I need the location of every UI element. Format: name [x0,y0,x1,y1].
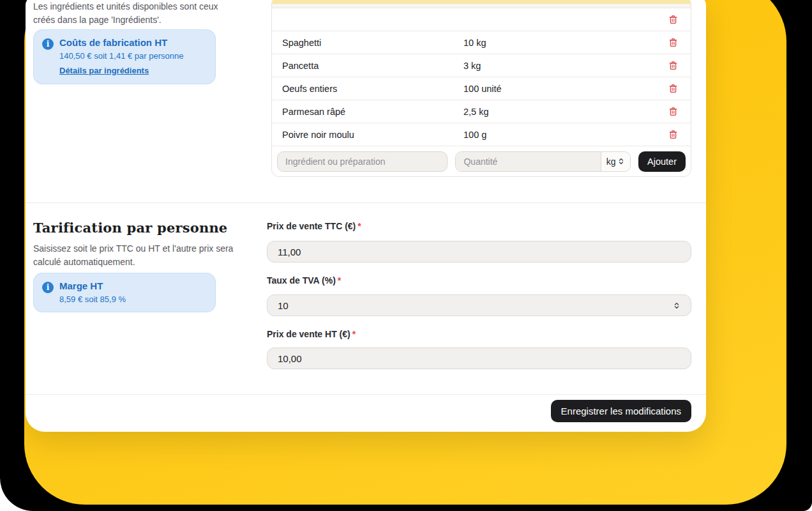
vat-rate-label: Taux de TVA (%)* [267,275,341,286]
required-asterisk: * [352,329,356,339]
ingredient-name: Parmesan râpé [272,107,463,117]
trash-icon [668,83,679,94]
fabrication-costs-detail: 140,50 € soit 1,41 € par personne [59,51,206,61]
delete-ingredient-button[interactable] [666,82,680,96]
section-divider [26,202,706,203]
chevron-up-down-icon [673,301,680,310]
quantity-input[interactable] [456,152,601,171]
pricing-section-subtitle: Saisissez soit le prix TTC ou HT et l'au… [33,242,253,269]
chevron-up-down-icon [617,157,625,165]
ht-price-label-text: Prix de vente HT (€) [267,329,350,339]
ingredient-quantity: 100 unité [463,84,502,94]
quantity-input-group: kg [455,151,631,172]
trash-icon [668,106,679,117]
ingredient-name: Oeufs entiers [272,84,463,94]
fabrication-costs-box: i Coûts de fabrication HT 140,50 € soit … [33,29,216,84]
ingredient-search-input[interactable] [277,151,447,172]
details-per-ingredient-link[interactable]: Détails par ingrédients [59,66,149,75]
ingredient-name: Pancetta [272,61,463,71]
required-asterisk: * [357,221,361,231]
ingredient-count: 5 ingrédients [272,176,691,177]
table-row: Oeufs entiers 100 unité [272,77,691,100]
ingredient-quantity: 3 kg [463,61,481,71]
table-row: Pancetta 3 kg [272,54,691,77]
table-row: Poivre noir moulu 100 g [272,123,691,146]
unit-select-value: kg [606,156,616,167]
delete-ingredient-button[interactable] [666,59,680,73]
margin-box: i Marge HT 8,59 € soit 85,9 % [33,273,216,312]
ingredient-quantity: 2,5 kg [463,107,489,117]
ht-price-label: Prix de vente HT (€)* [267,329,356,339]
required-asterisk: * [338,275,341,286]
ingredients-table: Spaghetti 10 kg Pancetta 3 kg [271,0,691,177]
trash-icon [668,14,679,25]
ingredient-name: Poivre noir moulu [272,130,463,140]
delete-ingredient-button[interactable] [666,128,680,142]
add-ingredient-button[interactable]: Ajouter [638,151,686,172]
pricing-section-title: Tarification par personne [33,220,227,236]
trash-icon [668,129,679,140]
margin-detail: 8,59 € soit 85,9 % [59,294,206,304]
vat-rate-select[interactable]: 10 [267,294,691,316]
margin-title: Marge HT [59,280,206,291]
ingredient-quantity: 10 kg [463,38,486,48]
table-row: Spaghetti 10 kg [272,31,691,54]
info-icon: i [42,38,54,50]
screen: Les ingrédients et unités disponibles so… [0,0,812,511]
ingredient-rows: Spaghetti 10 kg Pancetta 3 kg [272,8,691,146]
trash-icon [668,60,679,71]
table-row [272,8,691,31]
delete-ingredient-button[interactable] [666,105,680,119]
info-icon: i [42,282,54,293]
vat-rate-value: 10 [278,300,289,311]
table-row: Parmesan râpé 2,5 kg [272,100,691,123]
save-button[interactable]: Enregistrer les modifications [551,400,691,422]
footer-divider [26,394,706,395]
delete-ingredient-button[interactable] [666,13,680,27]
ht-price-input[interactable] [267,347,691,369]
table-cut-row [272,0,691,8]
ttc-price-label-text: Prix de vente TTC (€) [267,221,356,231]
ingredient-name: Spaghetti [272,38,463,48]
ingredients-help-text: Les ingrédients et unités disponibles so… [33,0,235,27]
unit-select[interactable]: kg [601,152,630,171]
delete-ingredient-button[interactable] [666,36,680,50]
vat-rate-label-text: Taux de TVA (%) [267,275,336,286]
ttc-price-input[interactable] [267,241,691,263]
ttc-price-label: Prix de vente TTC (€)* [267,221,361,231]
ingredient-quantity: 100 g [463,130,486,140]
fabrication-costs-title: Coûts de fabrication HT [59,37,206,48]
add-ingredient-row: kg Ajouter [272,146,691,176]
trash-icon [668,37,679,48]
